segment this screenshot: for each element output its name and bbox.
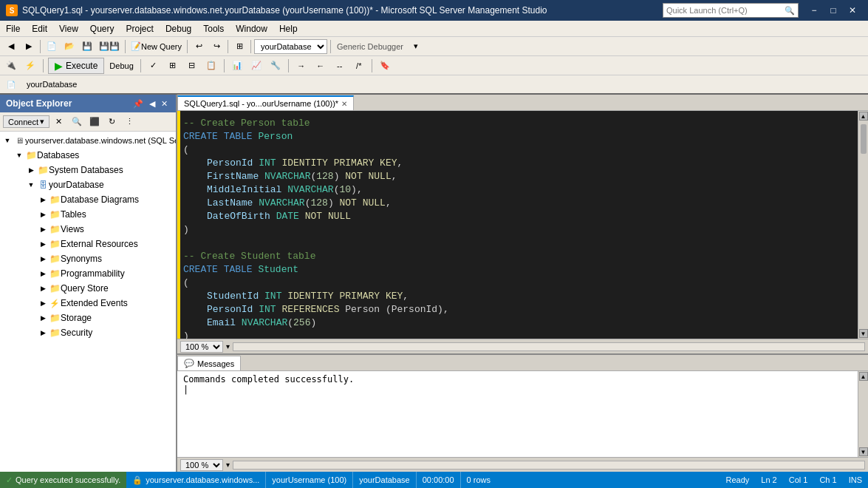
tree-item-query-store[interactable]: ▶ 📁 Query Store <box>0 281 176 296</box>
scroll-track-horizontal[interactable] <box>233 342 865 351</box>
messages-tab[interactable]: 💬 Messages <box>177 356 241 370</box>
oe-filter-button[interactable]: 🔍 <box>69 114 85 130</box>
results-to-grid-button[interactable]: ⊟ <box>184 58 200 74</box>
msgs-scroll-down-button[interactable]: ▼ <box>859 447 868 456</box>
qs-expand-icon[interactable]: ▶ <box>37 282 49 294</box>
close-button[interactable]: ✕ <box>843 3 862 18</box>
panel-arrow-button[interactable]: ◀ <box>147 98 157 109</box>
menu-window[interactable]: Window <box>230 21 273 36</box>
tree-item-yourdatabase[interactable]: ▼ 🗄 yourDatabase <box>0 177 176 192</box>
forward-button[interactable]: ▶ <box>21 38 37 55</box>
quick-launch-box[interactable]: 🔍 <box>663 3 799 18</box>
menu-view[interactable]: View <box>53 21 84 36</box>
messages-scrollbar-right[interactable]: ▲ ▼ <box>858 371 868 457</box>
tree-item-diagrams[interactable]: ▶ 📁 Database Diagrams <box>0 192 176 207</box>
tab-close-button[interactable]: ✕ <box>341 100 347 108</box>
disconnect-button[interactable]: ⚡ <box>22 58 38 74</box>
include-io-stats-button[interactable]: 🔧 <box>267 58 284 74</box>
editor-zoom-select[interactable]: 100 % <box>180 341 223 353</box>
tree-item-synonyms[interactable]: ▶ 📁 Synonyms <box>0 251 176 266</box>
oe-disconnect-button[interactable]: ✕ <box>51 114 67 130</box>
oe-refresh-button[interactable]: ↻ <box>104 114 120 130</box>
menu-help[interactable]: Help <box>273 21 304 36</box>
menu-query[interactable]: Query <box>84 21 120 36</box>
msgs-scroll-up-button[interactable]: ▲ <box>859 372 868 381</box>
indent-button[interactable]: → <box>293 58 310 74</box>
storage-expand-icon[interactable]: ▶ <box>37 312 49 324</box>
synonyms-expand-icon[interactable]: ▶ <box>37 253 49 265</box>
system-db-expand-icon[interactable]: ▶ <box>25 164 37 176</box>
quick-launch-input[interactable] <box>663 6 782 15</box>
add-tab-button[interactable]: 📄 <box>3 76 19 92</box>
tree-item-databases[interactable]: ▼ 📁 Databases <box>0 148 176 163</box>
oe-connect-button[interactable]: Connect ▾ <box>3 115 49 128</box>
check-syntax-button[interactable]: ✓ <box>146 58 162 74</box>
code-editor[interactable]: -- Create Person table CREATE TABLE Pers… <box>177 111 858 339</box>
execute-button[interactable]: ▶ Execute <box>48 58 104 74</box>
include-actual-plan-button[interactable]: 📊 <box>229 58 245 74</box>
messages-scroll-track-h[interactable] <box>233 461 865 470</box>
databases-expand-icon[interactable]: ▼ <box>13 149 25 161</box>
tree-item-storage[interactable]: ▶ 📁 Storage <box>0 311 176 325</box>
db-dropdown[interactable]: yourDatabase <box>254 39 327 54</box>
prog-expand-icon[interactable]: ▶ <box>37 268 49 279</box>
zoom-dropdown-button[interactable]: ▾ <box>226 342 230 350</box>
prog-folder-icon: 📁 <box>49 268 61 279</box>
messages-zoom-select[interactable]: 100 % <box>180 459 223 471</box>
pin-button[interactable]: 📌 <box>131 98 146 109</box>
tables-expand-icon[interactable]: ▶ <box>37 209 49 220</box>
ee-expand-icon[interactable]: ▶ <box>37 297 49 309</box>
oe-more-button[interactable]: ⋮ <box>122 114 138 130</box>
undo-button[interactable]: ↩ <box>191 38 207 55</box>
messages-content-area[interactable]: Commands completed successfully. | <box>177 371 858 457</box>
tree-item-external-resources[interactable]: ▶ 📁 External Resources <box>0 237 176 251</box>
messages-zoom-dropdown-button[interactable]: ▾ <box>226 461 230 469</box>
results-to-text-button[interactable]: 📋 <box>203 58 219 74</box>
comment-button[interactable]: -- <box>332 58 348 74</box>
debugger-dropdown-button[interactable]: ▾ <box>408 38 424 55</box>
new-file-button[interactable]: 📄 <box>44 38 60 55</box>
open-button[interactable]: 📂 <box>61 38 78 55</box>
tree-item-security[interactable]: ▶ 📁 Security <box>0 325 176 340</box>
include-client-stats-button[interactable]: 📈 <box>248 58 264 74</box>
yourdb-expand-icon[interactable]: ▼ <box>25 179 37 191</box>
menu-tools[interactable]: Tools <box>197 21 230 36</box>
panel-close-button[interactable]: ✕ <box>159 98 170 109</box>
menu-file[interactable]: File <box>0 21 26 36</box>
new-query-button[interactable]: 📝 New Query <box>129 38 184 55</box>
oe-stop-button[interactable]: ⬛ <box>86 114 103 130</box>
editor-tab-active[interactable]: SQLQuery1.sql - yo...ourUsername (100))*… <box>177 95 354 110</box>
save-button[interactable]: 💾 <box>79 38 95 55</box>
maximize-button[interactable]: □ <box>824 3 843 18</box>
scroll-thumb-vertical[interactable] <box>861 124 867 154</box>
tree-item-programmability[interactable]: ▶ 📁 Programmability <box>0 266 176 281</box>
diagrams-expand-icon[interactable]: ▶ <box>37 194 49 206</box>
outdent-button[interactable]: ← <box>312 58 329 74</box>
menu-debug[interactable]: Debug <box>160 21 197 36</box>
tree-item-server[interactable]: ▼ 🖥 yourserver.database.windows.net (SQL… <box>0 133 176 148</box>
security-expand-icon[interactable]: ▶ <box>37 327 49 339</box>
bookmarks-button[interactable]: 🔖 <box>377 58 393 74</box>
scroll-down-button[interactable]: ▼ <box>859 329 868 338</box>
tree-item-system-databases[interactable]: ▶ 📁 System Databases <box>0 163 176 177</box>
redo-button[interactable]: ↪ <box>208 38 225 55</box>
connect-button[interactable]: 🔌 <box>3 58 19 74</box>
results-button[interactable]: ⊞ <box>165 58 181 74</box>
views-expand-icon[interactable]: ▶ <box>37 223 49 235</box>
tree-item-extended-events[interactable]: ▶ ⚡ Extended Events <box>0 296 176 311</box>
scroll-up-button[interactable]: ▲ <box>859 112 868 121</box>
solution-explorer-button[interactable]: ⊞ <box>231 38 247 55</box>
editor-scrollbar-right[interactable]: ▲ ▼ <box>858 111 868 339</box>
uncomment-button[interactable]: /* <box>351 58 367 74</box>
tree-item-tables[interactable]: ▶ 📁 Tables <box>0 207 176 222</box>
search-icon[interactable]: 🔍 <box>782 6 798 16</box>
back-button[interactable]: ◀ <box>3 38 19 55</box>
tree-item-views[interactable]: ▶ 📁 Views <box>0 222 176 237</box>
save-all-button[interactable]: 💾💾 <box>97 38 122 55</box>
menu-edit[interactable]: Edit <box>26 21 53 36</box>
minimize-button[interactable]: − <box>804 3 824 18</box>
ext-res-expand-icon[interactable]: ▶ <box>37 238 49 250</box>
debug-button[interactable]: Debug <box>107 58 135 74</box>
menu-project[interactable]: Project <box>120 21 160 36</box>
server-expand-icon[interactable]: ▼ <box>1 135 13 146</box>
